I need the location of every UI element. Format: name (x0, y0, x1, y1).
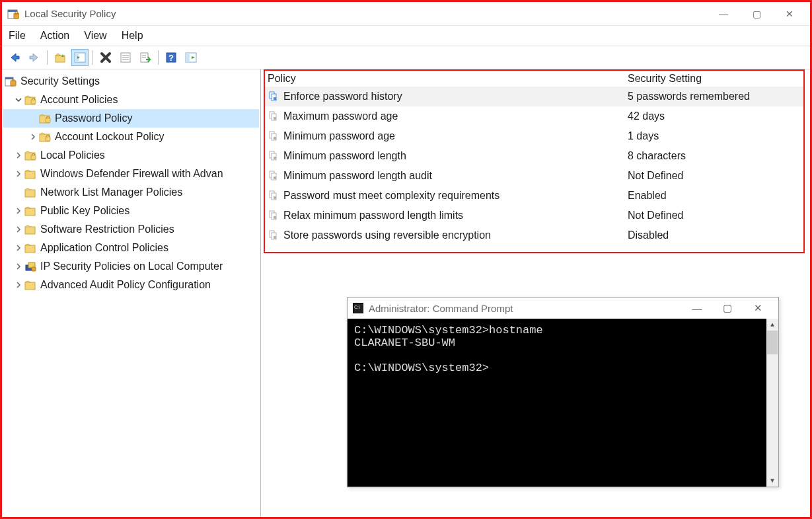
folder-lock-icon (24, 94, 36, 106)
tree-label: Account Policies (40, 94, 118, 106)
properties-button[interactable] (117, 49, 134, 66)
policy-row[interactable]: Maximum password age42 days (265, 106, 803, 126)
cmd-body[interactable]: C:\WINDOWS\system32>hostname CLARANET-SB… (348, 319, 778, 487)
policy-value: Not Defined (628, 210, 801, 221)
tree-item-account-lockout[interactable]: Account Lockout Policy (3, 128, 259, 146)
policy-row[interactable]: Minimum password length auditNot Defined (265, 166, 803, 186)
tree-item-account-policies[interactable]: Account Policies (3, 91, 259, 109)
delete-button[interactable] (97, 49, 114, 66)
show-hide-tree-button[interactable] (71, 49, 89, 66)
cmd-title: Administrator: Command Prompt (369, 303, 682, 314)
svg-text:?: ? (168, 53, 174, 63)
menu-file[interactable]: File (9, 30, 26, 42)
tree-item-local-policies[interactable]: Local Policies (3, 146, 259, 165)
svg-rect-32 (25, 227, 35, 234)
cmd-text: C:\WINDOWS\system32>hostname CLARANET-SB… (354, 324, 543, 374)
app-icon (7, 8, 19, 20)
maximize-button[interactable]: ▢ (741, 4, 772, 24)
policy-row[interactable]: Relax minimum password length limitsNot … (265, 206, 803, 225)
tree-item-software-restriction[interactable]: Software Restriction Policies (3, 220, 259, 239)
policy-value: Disabled (628, 229, 801, 241)
forward-button[interactable] (26, 49, 43, 66)
scroll-up-icon[interactable]: ▲ (766, 319, 778, 331)
tree-item-public-key[interactable]: Public Key Policies (3, 202, 259, 220)
tree-item-firewall[interactable]: Windows Defender Firewall with Advan (3, 165, 259, 183)
policy-value: 42 days (628, 110, 801, 122)
svg-rect-61 (274, 236, 276, 239)
menu-view[interactable]: View (84, 30, 106, 42)
policy-icon (268, 210, 279, 221)
separator (158, 50, 159, 65)
ipsec-icon (24, 260, 36, 272)
folder-icon (24, 205, 36, 217)
column-header-setting[interactable]: Security Setting (628, 73, 801, 85)
separator (92, 50, 93, 65)
window-title: Local Security Policy (24, 8, 708, 19)
chevron-down-icon[interactable] (14, 95, 23, 104)
policy-name: Minimum password age (283, 130, 628, 142)
tree-label: Public Key Policies (40, 205, 129, 217)
folder-icon (24, 168, 36, 180)
menu-help[interactable]: Help (122, 30, 143, 42)
cmd-close-button[interactable]: ✕ (743, 298, 773, 318)
tree-item-advanced-audit[interactable]: Advanced Audit Policy Configuration (3, 276, 259, 294)
chevron-right-icon[interactable] (14, 243, 23, 253)
menubar: File Action View Help (2, 26, 810, 46)
column-header-policy[interactable]: Policy (268, 73, 628, 85)
tree-label: Advanced Audit Policy Configuration (40, 279, 211, 291)
scroll-down-icon[interactable]: ▼ (766, 475, 778, 487)
policy-row[interactable]: Minimum password age1 days (265, 126, 803, 146)
tree-label: Application Control Policies (40, 242, 168, 254)
tree-item-password-policy[interactable]: Password Policy (3, 109, 259, 128)
cmd-window[interactable]: Administrator: Command Prompt — ▢ ✕ C:\W… (347, 297, 779, 487)
cmd-titlebar[interactable]: Administrator: Command Prompt — ▢ ✕ (348, 298, 778, 319)
policy-row[interactable]: Enforce password history5 passwords reme… (265, 87, 803, 106)
chevron-right-icon[interactable] (14, 151, 23, 160)
tree-label: Windows Defender Firewall with Advan (40, 168, 223, 180)
svg-rect-43 (274, 117, 276, 120)
svg-rect-33 (25, 245, 35, 253)
menu-action[interactable]: Action (40, 30, 69, 42)
scroll-thumb[interactable] (767, 331, 778, 354)
content-area: Security Settings Account Policies Passw… (2, 69, 810, 517)
folder-icon (24, 279, 36, 291)
refresh-policy-button[interactable] (182, 49, 200, 66)
svg-rect-20 (11, 81, 16, 86)
svg-rect-22 (31, 100, 36, 104)
svg-rect-36 (32, 267, 36, 271)
tree-root[interactable]: Security Settings (3, 72, 259, 91)
cmd-scrollbar[interactable]: ▲▼ (766, 319, 778, 487)
tree-item-app-control[interactable]: Application Control Policies (3, 239, 259, 257)
chevron-right-icon[interactable] (14, 280, 23, 290)
policy-row[interactable]: Store passwords using reversible encrypt… (265, 225, 803, 245)
cmd-maximize-button[interactable]: ▢ (712, 298, 743, 318)
policy-list: Policy Security Setting Enforce password… (264, 69, 805, 253)
policy-row[interactable]: Minimum password length8 characters (265, 146, 803, 166)
close-button[interactable]: ✕ (774, 4, 805, 24)
cmd-minimize-button[interactable]: — (682, 298, 712, 318)
export-button[interactable] (137, 49, 154, 66)
tree: Security Settings Account Policies Passw… (2, 71, 260, 296)
up-button[interactable] (52, 49, 69, 66)
tree-item-ip-security[interactable]: IP Security Policies on Local Computer (3, 257, 259, 276)
policy-row[interactable]: Password must meet complexity requiremen… (265, 186, 803, 206)
svg-rect-24 (46, 118, 50, 122)
policy-name: Minimum password length audit (283, 170, 628, 182)
tree-item-network-list[interactable]: Network List Manager Policies (3, 183, 259, 202)
svg-rect-19 (5, 77, 13, 79)
chevron-right-icon[interactable] (14, 169, 23, 179)
chevron-right-icon[interactable] (14, 225, 23, 234)
svg-rect-58 (274, 216, 276, 219)
back-button[interactable] (6, 49, 23, 66)
minimize-button[interactable]: — (708, 4, 739, 24)
policy-icon (268, 110, 279, 122)
chevron-right-icon[interactable] (14, 206, 23, 216)
chevron-right-icon[interactable] (14, 262, 23, 271)
svg-rect-26 (46, 137, 50, 141)
policy-icon (268, 190, 279, 202)
tree-panel: Security Settings Account Policies Passw… (2, 69, 261, 517)
chevron-right-icon[interactable] (28, 132, 38, 141)
tree-label: Password Policy (55, 112, 132, 124)
svg-rect-46 (274, 137, 276, 140)
help-button[interactable]: ? (163, 49, 180, 66)
